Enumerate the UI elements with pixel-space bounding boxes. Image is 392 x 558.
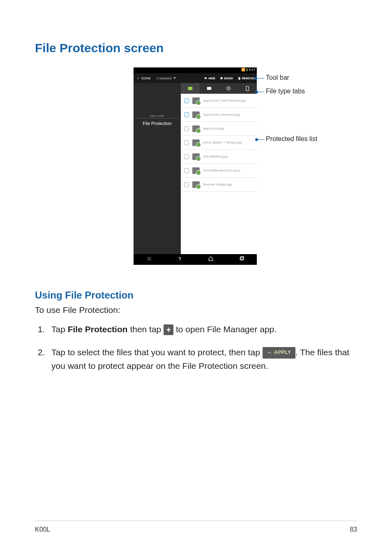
checkbox-icon[interactable] [184,168,189,173]
film-icon [206,86,212,91]
device-screenshot: 📶 ▮ 4:17 ✓ DONE 2 selected 👁 HIDE ◉ SHOW [134,67,257,265]
step1-text-d: to open File Manager app. [173,324,277,334]
picture-icon [187,86,193,91]
step1-text-c: then tap [128,324,164,334]
check-icon: ✓ [137,76,140,80]
callout-list: Protected files list [266,135,317,143]
document-icon [244,86,250,91]
trash-icon: 🗑 [238,77,241,80]
step-1: Tap File Protection then tap + to open F… [47,322,357,336]
checkbox-icon[interactable]: ✓ [184,112,189,117]
callout-line [257,92,264,92]
footer-model: K00L [35,526,50,533]
apply-label: APPLY [274,349,291,357]
music-icon [226,86,231,91]
instruction-steps: Tap File Protection then tap + to open F… [35,322,357,373]
tab-images[interactable] [181,83,200,94]
file-thumbnail-icon [192,111,200,118]
step-2: Tap to select the files that you want to… [47,345,357,373]
file-name-label: CountofMonteCristo.epub [203,169,240,172]
tab-video[interactable] [200,83,219,94]
manual-page: File Protection screen 📶 ▮ 4:17 ✓ DONE 2… [0,0,392,558]
file-thumbnail-icon [192,153,200,160]
wifi-icon: 📶 [241,68,245,72]
instructions-intro: To use File Protection: [35,305,357,315]
callout-toolbar: Tool bar [266,74,289,81]
file-row[interactable]: ASUSBattery.jpg [181,150,257,164]
screen-body: App Locker File Protection [134,83,257,254]
svg-rect-1 [207,87,212,90]
sub-heading: Using File Protection [35,289,357,301]
file-thumbnail-icon [192,97,200,104]
file-row[interactable]: ✓AppLocker_FileProtection.jpg [181,94,257,108]
protected-files-list: ✓AppLocker_FileProtection.jpg✓AppLocker_… [181,94,257,192]
nav-menu-icon[interactable] [146,256,152,263]
status-bar: 📶 ▮ 4:17 [134,67,257,73]
file-row[interactable]: CountofMonteCristo.epub [181,164,257,178]
file-name-label: AppLocker_FileProtection.jpg [203,99,246,102]
sidebar-app-label: App Locker [134,114,181,117]
remove-button[interactable]: 🗑 REMOVE [235,77,257,80]
step1-text-a: Tap [51,324,68,334]
checkbox-icon[interactable] [184,126,189,131]
callout-line [257,139,264,140]
file-thumbnail-icon [192,167,200,174]
apply-button-icon: APPLY [263,347,295,359]
page-title: File Protection screen [35,41,357,55]
file-row[interactable]: ASUS Battert + Widget.jpg [181,136,257,150]
remove-label: REMOVE [242,77,254,80]
done-button[interactable]: ✓ DONE [134,76,154,80]
callout-line [256,78,264,79]
file-thumbnail-icon [192,125,200,132]
system-nav-bar [134,254,257,265]
nav-recent-icon[interactable] [239,256,244,263]
svg-rect-3 [240,257,243,260]
toolbar: ✓ DONE 2 selected 👁 HIDE ◉ SHOW 🗑 REMOVE [134,73,257,83]
status-time: 4:17 [249,68,255,72]
eye-slash-icon: 👁 [204,77,207,80]
annotated-screenshot-figure: 📶 ▮ 4:17 ✓ DONE 2 selected 👁 HIDE ◉ SHOW [35,67,357,273]
apply-arrow-icon [267,350,272,356]
file-thumbnail-icon [192,181,200,188]
file-name-label: ASUSBattery.jpg [203,155,227,158]
file-row[interactable]: AppLocker.jpg [181,122,257,136]
file-name-label: AppLocker.jpg [203,127,224,130]
plus-icon: + [164,324,173,335]
checkbox-icon[interactable] [184,140,189,145]
main-column: ✓AppLocker_FileProtection.jpg✓AppLocker_… [181,83,257,254]
file-name-label: Remove Widget.jpg [203,183,232,186]
svg-rect-0 [188,87,193,90]
hide-button[interactable]: 👁 HIDE [202,77,218,80]
checkbox-icon[interactable]: ✓ [184,98,189,103]
checkbox-icon[interactable] [184,182,189,187]
done-label: DONE [141,76,151,80]
nav-back-icon[interactable] [177,256,183,263]
callout-tabs: File type tabs [266,88,305,95]
battery-icon: ▮ [246,68,248,72]
show-label: SHOW [224,77,233,80]
side-panel: App Locker File Protection [134,83,181,254]
file-name-label: AppLocker_password.jpg [203,113,240,116]
checkbox-icon[interactable] [184,154,189,159]
file-row[interactable]: Remove Widget.jpg [181,178,257,192]
file-row[interactable]: ✓AppLocker_password.jpg [181,108,257,122]
eye-icon: ◉ [220,76,223,80]
footer-page-number: 83 [350,526,357,533]
svg-rect-4 [241,257,244,259]
page-footer: K00L 83 [35,521,357,533]
file-name-label: ASUS Battert + Widget.jpg [203,141,242,144]
tab-other[interactable] [238,83,257,94]
tab-audio[interactable] [219,83,238,94]
nav-home-icon[interactable] [208,256,214,263]
sidebar-section-label: File Protection [136,118,178,126]
show-button[interactable]: ◉ SHOW [218,76,235,80]
file-type-tabs [181,83,257,94]
selection-count-dropdown[interactable]: 2 selected [154,76,178,80]
file-thumbnail-icon [192,139,200,146]
hide-label: HIDE [208,77,215,80]
step2-text-a: Tap to select the files that you want to… [51,347,263,357]
step1-text-b: File Protection [68,324,128,334]
